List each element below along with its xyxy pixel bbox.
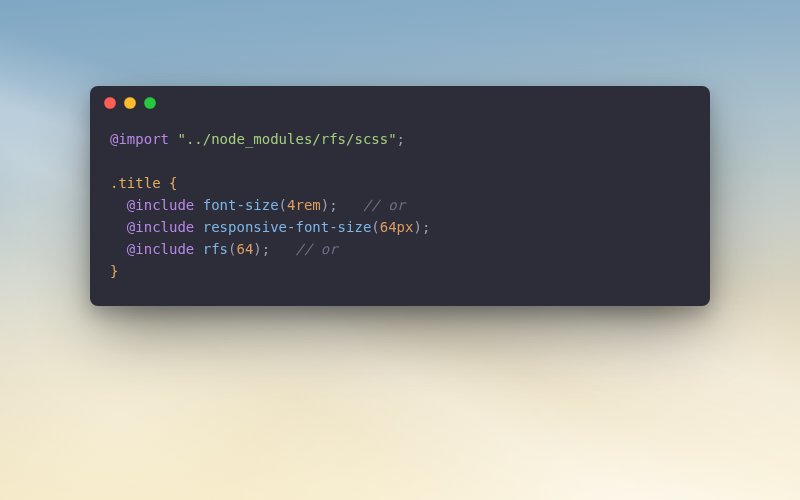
token-punct: )	[413, 219, 421, 235]
token-keyword: @include	[127, 241, 194, 257]
token-number: 64px	[380, 219, 414, 235]
token-punct: ;	[262, 241, 270, 257]
code-line: .title {	[110, 172, 690, 194]
token-text	[110, 241, 127, 257]
code-line: @include font-size(4rem); // or	[110, 194, 690, 216]
token-string: "../node_modules/rfs/scss"	[177, 131, 396, 147]
token-brace: }	[110, 263, 118, 279]
token-number: 4rem	[287, 197, 321, 213]
code-line: @import "../node_modules/rfs/scss";	[110, 128, 690, 150]
token-keyword: @import	[110, 131, 169, 147]
token-text	[194, 197, 202, 213]
token-punct: ;	[397, 131, 405, 147]
token-punct: )	[253, 241, 261, 257]
window-titlebar	[90, 86, 710, 120]
minimize-icon[interactable]	[124, 97, 136, 109]
code-line	[110, 150, 690, 172]
token-punct: ;	[329, 197, 337, 213]
token-keyword: @include	[127, 219, 194, 235]
close-icon[interactable]	[104, 97, 116, 109]
token-text	[110, 197, 127, 213]
token-text	[270, 241, 295, 257]
token-punct: ;	[422, 219, 430, 235]
code-line: @include responsive-font-size(64px);	[110, 216, 690, 238]
token-selector: .title	[110, 175, 161, 191]
code-window: @import "../node_modules/rfs/scss"; .tit…	[90, 86, 710, 306]
code-line: }	[110, 260, 690, 282]
code-editor: @import "../node_modules/rfs/scss"; .tit…	[90, 120, 710, 306]
token-text	[338, 197, 363, 213]
token-text	[161, 175, 169, 191]
token-comment: // or	[296, 241, 338, 257]
token-punct: )	[321, 197, 329, 213]
zoom-icon[interactable]	[144, 97, 156, 109]
token-text	[110, 219, 127, 235]
token-func: font-size	[203, 197, 279, 213]
token-punct: (	[279, 197, 287, 213]
token-number: 64	[236, 241, 253, 257]
token-keyword: @include	[127, 197, 194, 213]
token-brace: {	[169, 175, 177, 191]
token-func: rfs	[203, 241, 228, 257]
token-text	[194, 241, 202, 257]
token-func: responsive-font-size	[203, 219, 372, 235]
token-text	[194, 219, 202, 235]
code-line: @include rfs(64); // or	[110, 238, 690, 260]
token-punct: (	[371, 219, 379, 235]
token-comment: // or	[363, 197, 405, 213]
